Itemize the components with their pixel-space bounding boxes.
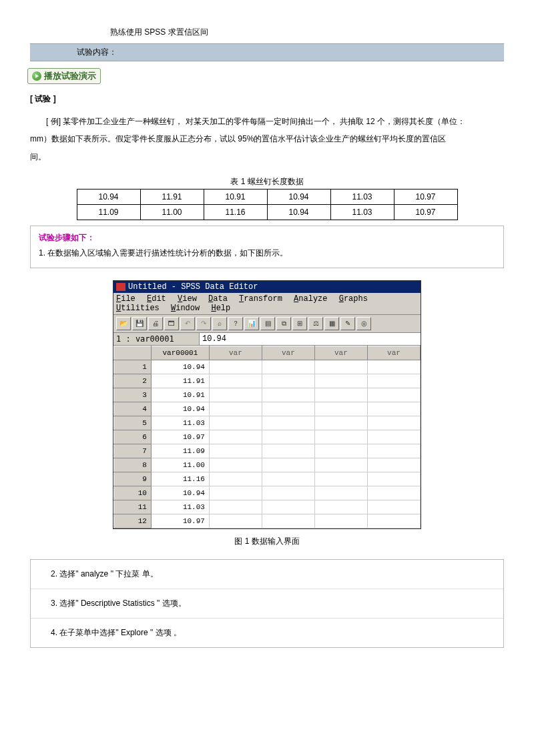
grid-cell[interactable] [262, 430, 314, 444]
play-demo-button[interactable]: 播放试验演示 [27, 68, 101, 84]
grid-cell[interactable] [367, 444, 420, 458]
grid-cell[interactable] [314, 430, 367, 444]
grid-cell[interactable] [209, 486, 262, 500]
grid-cell[interactable]: 11.03 [151, 416, 209, 430]
menu-utilities[interactable]: Utilities [116, 304, 160, 313]
tool-print-icon[interactable]: 🖨 [148, 317, 163, 330]
tool-weight-icon[interactable]: ⚖ [308, 317, 323, 330]
grid-cell[interactable]: 10.97 [151, 430, 209, 444]
grid-cell[interactable] [314, 500, 367, 514]
rownum[interactable]: 2 [114, 374, 152, 388]
grid-cell[interactable] [262, 360, 314, 374]
grid-cell[interactable] [209, 402, 262, 416]
menu-view[interactable]: View [178, 294, 197, 304]
tool-insert-icon[interactable]: ⧉ [276, 317, 291, 330]
grid-cell[interactable] [209, 388, 262, 402]
rownum[interactable]: 11 [114, 500, 152, 514]
grid-cell[interactable] [367, 486, 420, 500]
grid-cell[interactable] [209, 360, 262, 374]
grid-cell[interactable] [367, 514, 420, 528]
rownum[interactable]: 9 [114, 472, 152, 486]
menu-file[interactable]: File [116, 294, 136, 304]
rownum[interactable]: 8 [114, 458, 152, 472]
rownum[interactable]: 5 [114, 416, 152, 430]
grid-cell[interactable] [262, 514, 314, 528]
grid-cell[interactable] [209, 444, 262, 458]
spss-menubar[interactable]: File Edit View Data Transform Analyze Gr… [113, 293, 421, 315]
col-empty[interactable]: var [367, 346, 420, 360]
grid-cell[interactable] [367, 388, 420, 402]
grid-cell[interactable] [209, 374, 262, 388]
tool-sets-icon[interactable]: ◎ [356, 317, 371, 330]
grid-cell[interactable] [262, 500, 314, 514]
menu-edit[interactable]: Edit [147, 294, 166, 304]
tool-find-icon[interactable]: ？ [228, 317, 243, 330]
grid-cell[interactable] [367, 458, 420, 472]
menu-data[interactable]: Data [208, 294, 228, 304]
rownum[interactable]: 4 [114, 402, 152, 416]
tool-save-icon[interactable]: 💾 [132, 317, 147, 330]
grid-cell[interactable]: 11.16 [151, 472, 209, 486]
col-var00001[interactable]: var00001 [151, 346, 209, 360]
grid-cell[interactable] [314, 360, 367, 374]
grid-cell[interactable] [262, 486, 314, 500]
grid-cell[interactable] [262, 374, 314, 388]
grid-cell[interactable]: 10.91 [151, 388, 209, 402]
grid-cell[interactable] [314, 486, 367, 500]
col-empty[interactable]: var [209, 346, 262, 360]
grid-cell[interactable]: 10.94 [151, 402, 209, 416]
grid-cell[interactable] [367, 360, 420, 374]
grid-cell[interactable] [209, 472, 262, 486]
grid-cell[interactable] [314, 458, 367, 472]
grid-cell[interactable] [367, 416, 420, 430]
menu-transform[interactable]: Transform [239, 294, 282, 304]
grid-cell[interactable] [314, 472, 367, 486]
grid-cell[interactable] [262, 388, 314, 402]
rownum[interactable]: 12 [114, 514, 152, 528]
rownum[interactable]: 7 [114, 444, 152, 458]
grid-cell[interactable]: 10.94 [151, 360, 209, 374]
grid-cell[interactable]: 10.97 [151, 514, 209, 528]
tool-undo-icon[interactable]: ↶ [180, 317, 195, 330]
grid-cell[interactable] [367, 430, 420, 444]
grid-cell[interactable] [314, 388, 367, 402]
grid-cell[interactable]: 11.03 [151, 500, 209, 514]
tool-open-icon[interactable]: 📂 [116, 317, 131, 330]
tool-chart-icon[interactable]: 📊 [244, 317, 259, 330]
grid-cell[interactable] [367, 402, 420, 416]
rownum[interactable]: 6 [114, 430, 152, 444]
grid-cell[interactable]: 11.09 [151, 444, 209, 458]
grid-cell[interactable] [209, 416, 262, 430]
grid-cell[interactable]: 11.00 [151, 458, 209, 472]
tool-value-icon[interactable]: ✎ [340, 317, 355, 330]
menu-graphs[interactable]: Graphs [339, 294, 368, 304]
grid-cell[interactable] [209, 430, 262, 444]
grid-cell[interactable] [262, 416, 314, 430]
rownum[interactable]: 1 [114, 360, 152, 374]
grid-cell[interactable] [314, 514, 367, 528]
cell-edit[interactable]: 10.94 [200, 333, 421, 345]
col-empty[interactable]: var [314, 346, 367, 360]
grid-cell[interactable] [314, 402, 367, 416]
grid-cell[interactable] [367, 374, 420, 388]
tool-split-icon[interactable]: ⊞ [292, 317, 307, 330]
grid-cell[interactable] [209, 458, 262, 472]
grid-cell[interactable] [367, 500, 420, 514]
rownum[interactable]: 3 [114, 388, 152, 402]
grid-cell[interactable] [314, 374, 367, 388]
grid-cell[interactable] [209, 514, 262, 528]
grid-cell[interactable] [262, 402, 314, 416]
col-empty[interactable]: var [262, 346, 314, 360]
tool-redo-icon[interactable]: ↷ [196, 317, 211, 330]
grid-cell[interactable] [314, 416, 367, 430]
grid-cell[interactable] [262, 458, 314, 472]
grid-cell[interactable] [262, 444, 314, 458]
grid-cell[interactable] [314, 444, 367, 458]
rownum[interactable]: 10 [114, 486, 152, 500]
tool-goto-icon[interactable]: ⌕ [212, 317, 227, 330]
menu-analyze[interactable]: Analyze [294, 294, 327, 304]
grid-cell[interactable] [367, 472, 420, 486]
menu-window[interactable]: Window [171, 304, 200, 313]
tool-dialog-icon[interactable]: 🗔 [164, 317, 179, 330]
menu-help[interactable]: Help [211, 304, 230, 313]
